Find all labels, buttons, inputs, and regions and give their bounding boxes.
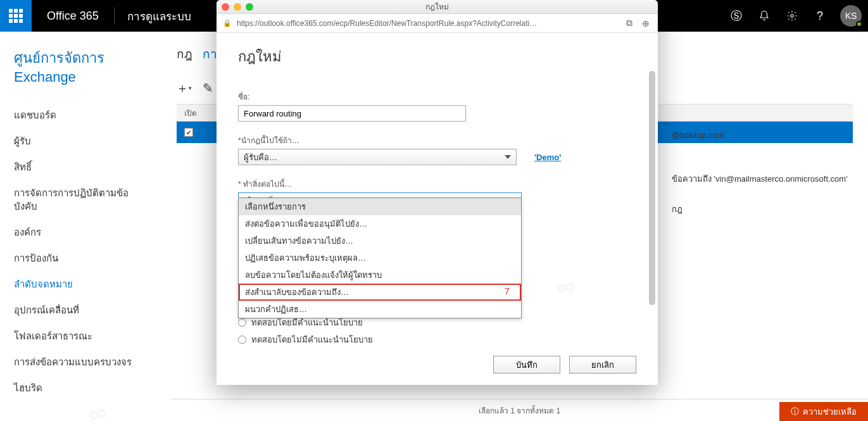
nav-unified-messaging[interactable]: การส่งข้อความแบบครบวงจร <box>14 349 148 375</box>
col-enabled: เปิด <box>184 107 197 119</box>
dd-option-select-one[interactable]: เลือกหนึ่งรายการ <box>239 198 521 215</box>
sidebar-title: ศูนย์การจัดการ Exchange <box>14 47 148 85</box>
avatar-initials: KS <box>845 11 857 21</box>
scroll-thumb[interactable] <box>649 71 655 305</box>
modal-footer: บันทึก ยกเลิก <box>493 356 636 374</box>
help-button[interactable]: ⓘ ความช่วยเหลือ <box>779 402 868 421</box>
detail-line1: @bckitup.com' <box>672 127 849 145</box>
name-label: ชื่อ: <box>238 91 636 103</box>
nav-permissions[interactable]: สิทธิ์ <box>14 154 148 180</box>
detail-line3: กฎ <box>672 201 849 219</box>
new-rule-modal: กฎใหม่ 🔒 https://outlook.office365.com/e… <box>217 0 658 385</box>
radio-icon <box>238 318 246 327</box>
detail-line2: ข้อความถึง 'vin@mailmasterco.onmicrosoft… <box>672 170 849 189</box>
dd-option-delete-silent[interactable]: ลบข้อความโดยไม่ต้องแจ้งให้ผู้ใดทราบ <box>239 267 521 284</box>
detail-panel: @bckitup.com' ข้อความถึง 'vin@mailmaster… <box>665 120 868 225</box>
dd-option-reject[interactable]: ปฏิเสธข้อความพร้อมระบุเหตุผล… <box>239 249 521 267</box>
modal-scrollbar[interactable] <box>649 71 655 362</box>
help-icon[interactable]: ? <box>806 0 834 32</box>
nav-mailflow[interactable]: ลำดับจดหมาย <box>14 271 148 297</box>
user-avatar[interactable]: KS <box>840 5 862 27</box>
apply-if-value: ผู้รับคือ… <box>244 151 277 164</box>
notifications-icon[interactable] <box>750 0 778 32</box>
zoom-icon[interactable]: ⊕ <box>640 18 651 28</box>
dd-option-bcc[interactable]: ส่งสำเนาลับของข้อความถึง…7 <box>239 284 521 301</box>
apply-if-select[interactable]: ผู้รับคือ… <box>238 149 517 165</box>
cancel-button[interactable]: ยกเลิก <box>569 356 636 374</box>
nav-public-folders[interactable]: โฟลเดอร์สาธารณะ <box>14 323 148 349</box>
condition-value-link[interactable]: 'Demo' <box>534 153 561 162</box>
url-text: https://outlook.office365.com/ecp/RulesE… <box>237 19 619 28</box>
dd-option-disclaimer[interactable]: ผนวกคำปฏิเสธ… <box>239 301 521 318</box>
skype-icon[interactable]: Ⓢ <box>722 0 750 32</box>
tab-rules[interactable]: กฎ <box>177 47 192 61</box>
apply-if-label: *นำกฎนี้ไปใช้ถ้า… <box>238 134 636 146</box>
page-footer: เลือกแล้ว 1 จากทั้งหมด 1 <box>171 399 868 421</box>
row-checkbox[interactable]: ✔ <box>184 128 193 137</box>
rule-name-input[interactable] <box>238 105 466 122</box>
dd-option-redirect[interactable]: เปลี่ยนเส้นทางข้อความไปยัง… <box>239 232 521 249</box>
lock-icon: 🔒 <box>223 19 232 27</box>
translate-icon[interactable]: ⧉ <box>624 18 635 28</box>
window-title: กฎใหม่ <box>217 1 658 13</box>
action-dropdown: เลือกหนึ่งรายการ ส่งต่อข้อความเพื่อขออนุ… <box>238 198 522 318</box>
audit-radio-group: ทดสอบโดยมีคำแนะนำนโยบาย ทดสอบโดยไม่มีคำแ… <box>238 314 636 348</box>
help-label: ความช่วยเหลือ <box>803 405 857 418</box>
radio-icon <box>238 336 246 344</box>
tab-next[interactable]: กา <box>203 47 217 61</box>
sidebar: ศูนย์การจัดการ Exchange แดชบอร์ด ผู้รับ … <box>0 32 161 421</box>
edit-button[interactable]: ✎ <box>201 81 215 95</box>
chevron-down-icon <box>505 155 511 159</box>
app-launcher-button[interactable] <box>0 0 32 32</box>
mac-titlebar: กฎใหม่ <box>217 0 658 14</box>
svg-point-0 <box>791 15 794 18</box>
radio-test-without-tips[interactable]: ทดสอบโดยไม่มีคำแนะนำนโยบาย <box>238 331 636 348</box>
dd-option-forward-approval[interactable]: ส่งต่อข้อความเพื่อขออนุมัติไปยัง… <box>239 215 521 232</box>
nav-hybrid[interactable]: ไฮบริด <box>14 375 148 401</box>
add-button[interactable]: ＋▾ <box>177 81 191 95</box>
nav-organization[interactable]: องค์กร <box>14 219 148 245</box>
address-bar: 🔒 https://outlook.office365.com/ecp/Rule… <box>217 14 658 33</box>
presence-indicator <box>856 21 862 27</box>
settings-icon[interactable] <box>778 0 806 32</box>
help-info-icon: ⓘ <box>791 406 799 417</box>
selection-status: เลือกแล้ว 1 จากทั้งหมด 1 <box>479 405 560 417</box>
nav-mobile[interactable]: อุปกรณ์เคลื่อนที่ <box>14 297 148 323</box>
annotation-number: 7 <box>505 286 510 296</box>
nav-compliance[interactable]: การจัดการการปฏิบัติตามข้อบังคับ <box>14 180 148 219</box>
brand-label: Office 365 <box>32 9 114 23</box>
waffle-icon <box>9 9 23 23</box>
admin-label: การดูแลระบบ <box>115 8 204 25</box>
nav-recipients[interactable]: ผู้รับ <box>14 128 148 154</box>
modal-heading: กฎใหม่ <box>238 46 636 68</box>
nav-dashboard[interactable]: แดชบอร์ด <box>14 102 148 128</box>
nav-protection[interactable]: การป้องกัน <box>14 245 148 271</box>
save-button[interactable]: บันทึก <box>493 356 560 374</box>
modal-body: กฎใหม่ ชื่อ: *นำกฎนี้ไปใช้ถ้า… ผู้รับคือ… <box>217 33 658 385</box>
do-following-label: * ทำสิ่งต่อไปนี้… <box>238 178 636 190</box>
